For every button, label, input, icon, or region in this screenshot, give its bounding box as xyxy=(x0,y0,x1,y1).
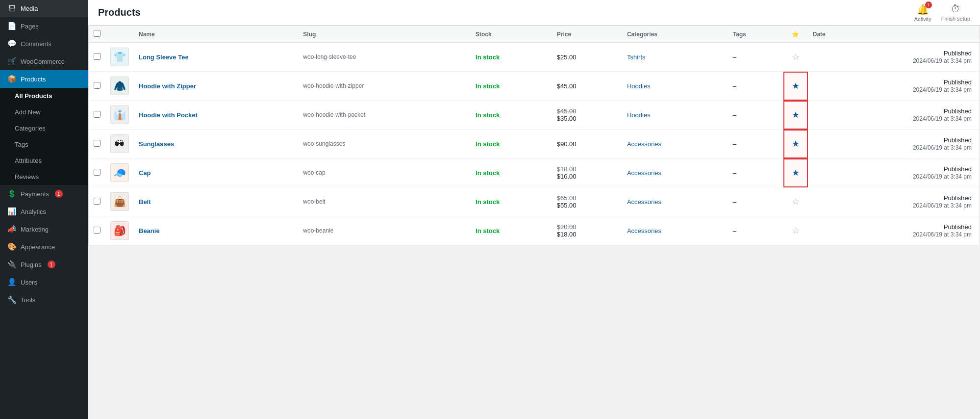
select-all-checkbox[interactable] xyxy=(94,30,101,37)
row-checkbox-cell xyxy=(89,158,105,187)
analytics-icon: 📊 xyxy=(7,207,17,216)
status-date: 2024/06/19 at 3:34 pm xyxy=(913,173,972,180)
col-tags: Tags xyxy=(728,26,783,43)
product-name-link[interactable]: Cap xyxy=(139,169,151,177)
sidebar-item-products[interactable]: 📦 Products xyxy=(0,70,88,88)
row-checkbox[interactable] xyxy=(94,111,101,118)
sidebar-item-comments[interactable]: 💬 Comments xyxy=(0,35,88,52)
submenu-item-add-new[interactable]: Add New xyxy=(0,104,88,120)
product-thumbnail: 🧥 xyxy=(110,77,129,95)
category-link[interactable]: Accessories xyxy=(627,140,661,148)
featured-star[interactable]: ★ xyxy=(792,168,800,178)
price-regular: $25.00 xyxy=(557,53,577,61)
row-thumb-cell: 🕶 xyxy=(105,130,134,158)
unfeatured-star[interactable]: ☆ xyxy=(792,52,800,62)
stock-status: In stock xyxy=(476,227,500,235)
unfeatured-star[interactable]: ☆ xyxy=(792,226,800,236)
submenu-item-tags[interactable]: Tags xyxy=(0,136,88,153)
row-categories-cell: Accessories xyxy=(622,187,728,216)
row-checkbox[interactable] xyxy=(94,227,101,234)
featured-star[interactable]: ★ xyxy=(792,139,800,149)
sidebar-item-appearance[interactable]: 🎨 Appearance xyxy=(0,238,88,256)
sidebar-item-marketing[interactable]: 📣 Marketing xyxy=(0,220,88,238)
row-stock-cell: In stock xyxy=(471,43,552,72)
row-status-cell: Published 2024/06/19 at 3:34 pm xyxy=(808,216,980,245)
stock-status: In stock xyxy=(476,111,500,119)
products-tbody: 👕 Long Sleeve Tee woo-long-sleeve-tee In… xyxy=(89,43,980,245)
row-checkbox[interactable] xyxy=(94,169,101,176)
row-checkbox-cell xyxy=(89,72,105,101)
row-thumb-cell: 👕 xyxy=(105,43,134,72)
stock-status: In stock xyxy=(476,53,500,61)
table-row: 🧢 Cap woo-cap In stock $18.00$16.00 Acce… xyxy=(89,158,980,187)
finish-setup-button[interactable]: ⏱ Finish setup xyxy=(941,3,970,22)
product-name-link[interactable]: Hoodie with Pocket xyxy=(139,111,198,119)
sidebar-item-label: Appearance xyxy=(21,243,55,251)
sidebar-item-analytics[interactable]: 📊 Analytics xyxy=(0,203,88,220)
sidebar-item-media[interactable]: 🎞 Media xyxy=(0,0,88,17)
price-sale: $55.00 xyxy=(557,202,577,209)
row-status-cell: Published 2024/06/19 at 3:34 pm xyxy=(808,130,980,158)
submenu-item-attributes[interactable]: Attributes xyxy=(0,153,88,169)
sidebar-item-users[interactable]: 👤 Users xyxy=(0,273,88,291)
row-categories-cell: Tshirts xyxy=(622,43,728,72)
product-name-link[interactable]: Beanie xyxy=(139,227,160,235)
row-checkbox-cell xyxy=(89,130,105,158)
submenu-item-all-products[interactable]: All Products xyxy=(0,88,88,104)
sidebar-item-label: Plugins xyxy=(21,261,42,268)
col-date: Date xyxy=(808,26,980,43)
products-table-wrap: Name Slug Stock Price Categories Tags ⭐ … xyxy=(88,26,980,245)
submenu-label: Categories xyxy=(15,125,46,132)
table-row: 🎒 Beanie woo-beanie In stock $20.00$18.0… xyxy=(89,216,980,245)
table-row: 🕶 Sunglasses woo-sunglasses In stock $90… xyxy=(89,130,980,158)
row-checkbox[interactable] xyxy=(94,198,101,205)
category-link[interactable]: Accessories xyxy=(627,198,661,206)
sidebar-item-label: Media xyxy=(21,5,38,12)
tools-icon: 🔧 xyxy=(7,295,17,304)
row-price-cell: $45.00 xyxy=(552,72,622,101)
product-name-link[interactable]: Belt xyxy=(139,198,151,206)
row-thumb-cell: 👔 xyxy=(105,101,134,130)
featured-star[interactable]: ★ xyxy=(792,110,800,120)
category-link[interactable]: Accessories xyxy=(627,169,661,177)
activity-button[interactable]: 🔔 1 Activity xyxy=(914,3,931,22)
product-name-link[interactable]: Long Sleeve Tee xyxy=(139,53,189,61)
col-categories: Categories xyxy=(622,26,728,43)
stock-status: In stock xyxy=(476,82,500,90)
sidebar-item-pages[interactable]: 📄 Pages xyxy=(0,17,88,35)
category-link[interactable]: Hoodies xyxy=(627,82,651,90)
row-tags-cell: – xyxy=(728,158,783,187)
sidebar-item-tools[interactable]: 🔧 Tools xyxy=(0,291,88,309)
col-name: Name xyxy=(134,26,298,43)
row-stock-cell: In stock xyxy=(471,130,552,158)
row-checkbox[interactable] xyxy=(94,140,101,147)
category-link[interactable]: Hoodies xyxy=(627,111,651,119)
sidebar-item-woocommerce[interactable]: 🛒 WooCommerce xyxy=(0,52,88,70)
status-date: 2024/06/19 at 3:34 pm xyxy=(913,57,972,64)
topbar-actions: 🔔 1 Activity ⏱ Finish setup xyxy=(914,3,970,22)
product-name-link[interactable]: Hoodie with Zipper xyxy=(139,82,196,90)
row-checkbox[interactable] xyxy=(94,82,101,89)
submenu-item-categories[interactable]: Categories xyxy=(0,120,88,136)
row-price-cell: $90.00 xyxy=(552,130,622,158)
row-status-cell: Published 2024/06/19 at 3:34 pm xyxy=(808,187,980,216)
category-link[interactable]: Accessories xyxy=(627,227,661,235)
row-checkbox[interactable] xyxy=(94,53,101,60)
sidebar-item-plugins[interactable]: 🔌 Plugins 1 xyxy=(0,256,88,273)
submenu-item-reviews[interactable]: Reviews xyxy=(0,169,88,185)
topbar: Products 🔔 1 Activity ⏱ Finish setup xyxy=(88,0,980,26)
unfeatured-star[interactable]: ☆ xyxy=(792,197,800,207)
featured-star[interactable]: ★ xyxy=(792,81,800,91)
submenu-label: Add New xyxy=(15,108,41,116)
row-featured-cell: ☆ xyxy=(783,216,808,245)
category-link[interactable]: Tshirts xyxy=(627,53,646,61)
product-name-link[interactable]: Sunglasses xyxy=(139,140,174,148)
row-thumb-cell: 🧢 xyxy=(105,158,134,187)
row-tags-cell: – xyxy=(728,43,783,72)
col-stock: Stock xyxy=(471,26,552,43)
woocommerce-icon: 🛒 xyxy=(7,57,17,66)
sidebar-item-payments[interactable]: 💲 Payments 1 xyxy=(0,185,88,203)
finish-setup-icon: ⏱ xyxy=(951,3,960,15)
row-name-cell: Hoodie with Pocket xyxy=(134,101,298,130)
sidebar-item-label: Products xyxy=(21,76,46,83)
